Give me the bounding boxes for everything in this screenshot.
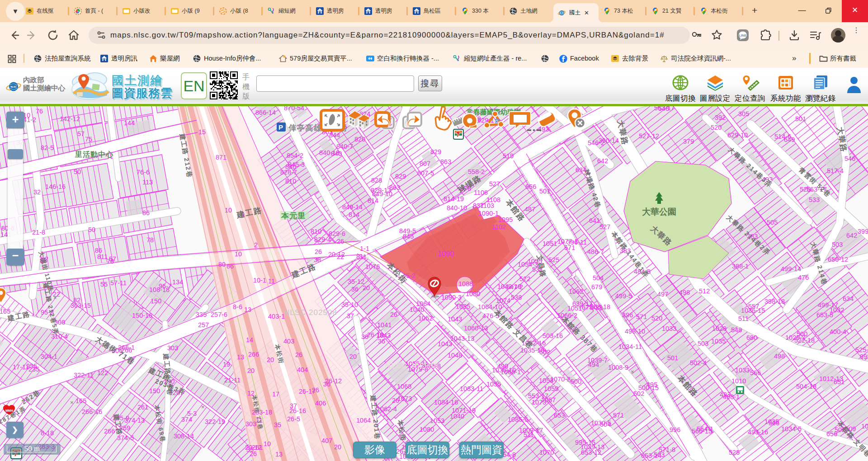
svg-text:1008-9: 1008-9 bbox=[608, 364, 628, 371]
svg-text:870-54: 870-54 bbox=[284, 106, 304, 112]
svg-text:1080: 1080 bbox=[466, 290, 480, 297]
svg-text:20: 20 bbox=[334, 443, 341, 451]
svg-text:634: 634 bbox=[843, 295, 854, 302]
svg-text:1068-1: 1068-1 bbox=[500, 368, 521, 376]
svg-text:1085: 1085 bbox=[456, 303, 470, 310]
svg-text:810: 810 bbox=[311, 228, 321, 235]
svg-text:840-13: 840-13 bbox=[319, 149, 340, 156]
svg-text:36: 36 bbox=[351, 286, 359, 293]
svg-text:642: 642 bbox=[846, 232, 857, 239]
svg-text:503: 503 bbox=[698, 340, 708, 347]
svg-text:×: × bbox=[70, 399, 74, 406]
svg-text:142-12: 142-12 bbox=[60, 115, 80, 122]
svg-text:266: 266 bbox=[248, 351, 259, 358]
svg-text:14: 14 bbox=[246, 336, 253, 343]
svg-text:55: 55 bbox=[100, 281, 108, 288]
svg-text:122: 122 bbox=[97, 369, 108, 376]
svg-text:995-15: 995-15 bbox=[575, 439, 595, 446]
svg-text:1034-5: 1034-5 bbox=[781, 425, 802, 433]
svg-text:20: 20 bbox=[349, 353, 357, 360]
svg-text:×: × bbox=[53, 294, 57, 301]
svg-text:×: × bbox=[201, 404, 205, 410]
svg-text:1033: 1033 bbox=[662, 325, 676, 332]
svg-text:525-9: 525-9 bbox=[855, 346, 868, 353]
svg-text:144: 144 bbox=[124, 119, 135, 127]
svg-text:504: 504 bbox=[593, 274, 604, 282]
svg-text:NLSC: NLSC bbox=[10, 85, 17, 88]
svg-text:35: 35 bbox=[274, 421, 281, 428]
svg-text:本元里: 本元里 bbox=[281, 212, 306, 220]
svg-text:76-6: 76-6 bbox=[137, 169, 150, 176]
svg-text:571: 571 bbox=[564, 244, 575, 251]
svg-text:511: 511 bbox=[738, 315, 749, 322]
svg-text:546: 546 bbox=[844, 155, 855, 162]
svg-text:406: 406 bbox=[315, 400, 326, 407]
svg-text:1054-3: 1054-3 bbox=[518, 261, 538, 268]
svg-text:50: 50 bbox=[88, 226, 95, 233]
svg-text:486-7: 486-7 bbox=[587, 248, 604, 255]
svg-text:1073: 1073 bbox=[532, 399, 546, 406]
svg-text:849-10: 849-10 bbox=[372, 190, 392, 198]
svg-text:13: 13 bbox=[237, 353, 244, 361]
svg-text:1052: 1052 bbox=[418, 315, 433, 322]
svg-text:829: 829 bbox=[430, 148, 441, 155]
svg-text:1090-3: 1090-3 bbox=[441, 294, 462, 301]
svg-text:854-2: 854-2 bbox=[287, 152, 303, 159]
svg-text:546-2: 546-2 bbox=[588, 139, 604, 146]
svg-text:308-14: 308-14 bbox=[174, 433, 194, 440]
svg-text:814: 814 bbox=[368, 197, 378, 204]
svg-text:37: 37 bbox=[290, 402, 297, 409]
svg-text:501: 501 bbox=[795, 115, 806, 122]
svg-text:527: 527 bbox=[599, 223, 610, 230]
svg-text:26: 26 bbox=[337, 238, 344, 245]
svg-text:1051: 1051 bbox=[567, 305, 582, 312]
svg-text:1073: 1073 bbox=[397, 395, 412, 402]
svg-text:NLSC 202508: NLSC 202508 bbox=[284, 308, 337, 317]
svg-text:57-11: 57-11 bbox=[110, 279, 127, 287]
svg-text:8-18: 8-18 bbox=[41, 429, 54, 437]
svg-text:502-4: 502-4 bbox=[690, 359, 707, 367]
svg-text:533: 533 bbox=[809, 196, 820, 203]
svg-text:866-14: 866-14 bbox=[255, 109, 276, 116]
svg-text:828-7: 828-7 bbox=[280, 169, 297, 176]
svg-text:849-5: 849-5 bbox=[399, 227, 416, 235]
svg-text:1102: 1102 bbox=[492, 223, 506, 230]
svg-text:8-6: 8-6 bbox=[233, 303, 242, 310]
svg-text:266: 266 bbox=[104, 428, 115, 435]
svg-text:MMH: MMH bbox=[5, 409, 13, 412]
svg-text:476: 476 bbox=[798, 274, 809, 281]
svg-text:1030-5: 1030-5 bbox=[591, 419, 611, 427]
svg-text:1043-13: 1043-13 bbox=[450, 335, 474, 342]
svg-text:400-4: 400-4 bbox=[830, 328, 846, 335]
svg-text:21-11: 21-11 bbox=[224, 376, 241, 384]
svg-text:266-16: 266-16 bbox=[82, 408, 102, 415]
svg-text:656: 656 bbox=[525, 183, 536, 190]
svg-text:76: 76 bbox=[36, 108, 43, 115]
svg-text:504-18: 504-18 bbox=[796, 383, 816, 390]
svg-text:651: 651 bbox=[834, 378, 844, 386]
svg-text:525: 525 bbox=[548, 256, 559, 263]
svg-text:1095: 1095 bbox=[498, 216, 513, 223]
svg-text:303: 303 bbox=[167, 344, 178, 352]
svg-text:大華公園: 大華公園 bbox=[642, 207, 676, 216]
svg-text:828: 828 bbox=[371, 177, 382, 184]
svg-text:11: 11 bbox=[268, 278, 275, 285]
svg-text:487: 487 bbox=[524, 206, 535, 213]
svg-text:404: 404 bbox=[297, 366, 308, 373]
svg-text:261: 261 bbox=[137, 404, 148, 411]
svg-text:50: 50 bbox=[74, 168, 81, 175]
svg-text:501: 501 bbox=[667, 354, 678, 362]
svg-text:322-19: 322-19 bbox=[205, 418, 225, 425]
svg-text:520: 520 bbox=[711, 124, 722, 131]
svg-text:502: 502 bbox=[633, 390, 644, 397]
svg-text:995: 995 bbox=[860, 353, 868, 360]
svg-text:514-6: 514-6 bbox=[774, 133, 791, 140]
svg-text:1043-19: 1043-19 bbox=[497, 283, 521, 290]
svg-text:165: 165 bbox=[75, 397, 86, 405]
svg-text:871: 871 bbox=[216, 154, 226, 161]
svg-text:502: 502 bbox=[539, 348, 550, 356]
svg-text:363-15: 363-15 bbox=[71, 302, 91, 309]
svg-text:811: 811 bbox=[97, 253, 108, 260]
svg-text:LINE: LINE bbox=[739, 33, 746, 38]
svg-text:335: 335 bbox=[196, 311, 207, 318]
